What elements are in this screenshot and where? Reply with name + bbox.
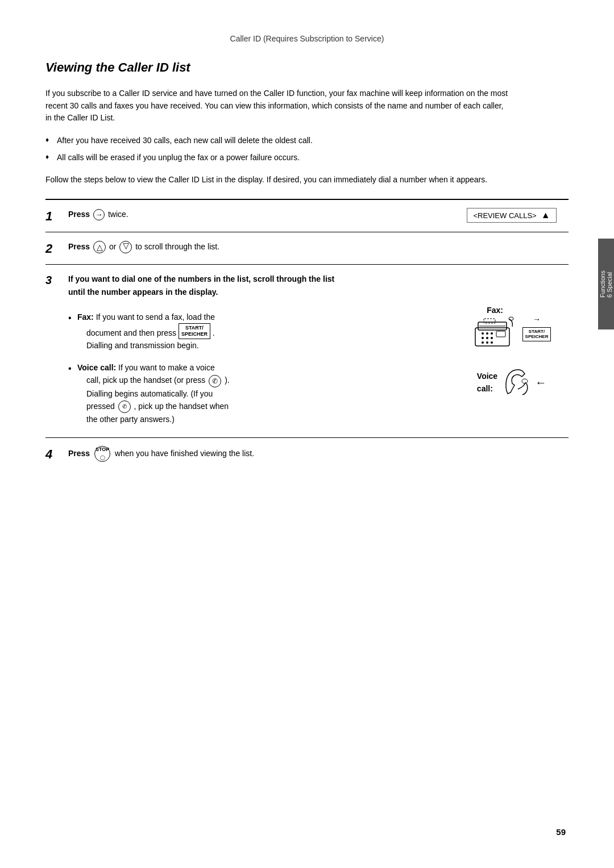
voice-illustration: Voice call: ← [477, 365, 546, 399]
voice-text-5: pressed [86, 402, 117, 411]
step-1-content: Press → twice. [68, 208, 455, 220]
svg-point-8 [491, 337, 493, 339]
fax-sub-bullet: Fax: If you want to send a fax, load the… [68, 311, 443, 352]
bullet-item-2: All calls will be erased if you unplug t… [45, 152, 512, 164]
step-2-suffix: to scroll through the list. [135, 242, 219, 251]
step-2-number: 2 [45, 240, 68, 256]
svg-point-4 [486, 332, 488, 335]
step-4-press: Press [68, 448, 90, 457]
section-title: Viewing the Caller ID list [45, 60, 569, 75]
step-2-press: Press [68, 242, 90, 251]
stop-label: STOP◯ [96, 445, 109, 462]
steps-container: 1 Press → twice. <REVIEW CALLS> ▲ 2 Pres… [45, 199, 569, 470]
handset-svg [502, 365, 530, 399]
start-speicher-label-illus: START/SPEICHER [522, 327, 551, 341]
fax-text-1: If you want to send a fax, load the [96, 312, 215, 322]
follow-text: Follow the steps below to view the Calle… [45, 174, 512, 186]
step-2-content: Press △ or △ to scroll through the list. [68, 240, 569, 253]
step-1-press: Press [68, 210, 90, 219]
svg-point-6 [482, 337, 484, 339]
side-tab-container: 6 SpecialFunctions [598, 239, 614, 329]
stop-button[interactable]: STOP◯ [94, 446, 110, 462]
fax-period: . [213, 328, 215, 337]
voice-text-1: If you want to make a voice [118, 363, 215, 372]
svg-rect-13 [484, 319, 495, 323]
step-4-suffix: when you have finished viewing the list. [115, 448, 254, 457]
header-text: Caller ID (Requires Subscription to Serv… [230, 34, 384, 43]
page-container: Caller ID (Requires Subscription to Serv… [0, 0, 614, 868]
intro-text: If you subscribe to a Caller ID service … [45, 87, 512, 124]
step-1-side: <REVIEW CALLS> ▲ [455, 208, 569, 223]
step-3-number: 3 [45, 273, 68, 287]
voice-arrow: ← [535, 373, 546, 391]
fax-text-2: document and then press [86, 328, 179, 337]
step-2-row: 2 Press △ or △ to scroll through the lis… [45, 232, 569, 265]
fax-label-inline: Fax: [77, 312, 94, 322]
page-number: 59 [556, 827, 566, 837]
side-tab-text: 6 SpecialFunctions [599, 270, 613, 298]
svg-point-10 [486, 341, 488, 344]
svg-point-15 [522, 379, 528, 383]
step-3-main-text: If you want to dial one of the numbers i… [68, 274, 334, 296]
fax-machine-svg [472, 316, 518, 350]
voice-call-label: Voice call: [77, 363, 116, 372]
svg-point-11 [491, 341, 493, 344]
scroll-down-icon[interactable]: △ [119, 241, 132, 253]
svg-point-5 [491, 332, 493, 335]
fax-arrow: → [533, 313, 541, 326]
review-calls-arrow: ▲ [541, 210, 550, 220]
voice-text-6: , pick up the handset when [134, 402, 229, 411]
step-3-illustrations: Fax: [455, 304, 569, 399]
step-1-row: 1 Press → twice. <REVIEW CALLS> ▲ [45, 200, 569, 232]
page-header: Caller ID (Requires Subscription to Serv… [45, 34, 569, 43]
call-label-illus: call: [477, 384, 493, 393]
review-calls-text: <REVIEW CALLS> [473, 211, 536, 220]
fax-illustration: Fax: [472, 304, 551, 350]
bullet-item-1: After you have received 30 calls, each n… [45, 135, 512, 147]
arrow-button-icon[interactable]: → [93, 209, 105, 220]
svg-point-3 [482, 332, 484, 335]
voice-sub-bullet: Voice call: If you want to make a voice … [68, 361, 443, 426]
phone-icon[interactable]: ✆ [209, 375, 221, 387]
fax-label-illus: Fax: [487, 304, 503, 316]
side-tab: 6 SpecialFunctions [598, 239, 614, 329]
voice-text-4: Dialling begins automatically. (If you [86, 389, 213, 398]
fax-dialling-text: Dialling and transmission begin. [86, 341, 199, 350]
step-4-row: 4 Press STOP◯ when you have finished vie… [45, 438, 569, 470]
scroll-up-icon[interactable]: △ [93, 241, 106, 253]
step-2-or: or [109, 242, 118, 251]
step-4-content: Press STOP◯ when you have finished viewi… [68, 446, 569, 462]
voice-label-illus: Voice [477, 372, 497, 381]
bullet-list: After you have received 30 calls, each n… [45, 135, 512, 164]
step-3-sub-content: Fax: If you want to send a fax, load the… [68, 304, 443, 426]
step-1-suffix: twice. [108, 210, 128, 219]
voice-text-3: ). [225, 375, 230, 385]
step-3-row: 3 If you want to dial one of the numbers… [45, 265, 569, 438]
step-3-content: If you want to dial one of the numbers i… [68, 273, 569, 426]
svg-rect-12 [496, 331, 505, 337]
svg-point-9 [482, 341, 484, 344]
phone-icon-2: ✆ [118, 400, 131, 413]
review-calls-box: <REVIEW CALLS> ▲ [467, 208, 556, 223]
step-4-number: 4 [45, 446, 68, 462]
voice-text-7: the other party answers.) [86, 415, 175, 424]
start-speicher-button[interactable]: START/SPEICHER [179, 323, 210, 339]
voice-text-2: call, pick up the handset (or press [86, 375, 208, 385]
step-1-number: 1 [45, 208, 68, 224]
svg-point-7 [486, 337, 488, 339]
